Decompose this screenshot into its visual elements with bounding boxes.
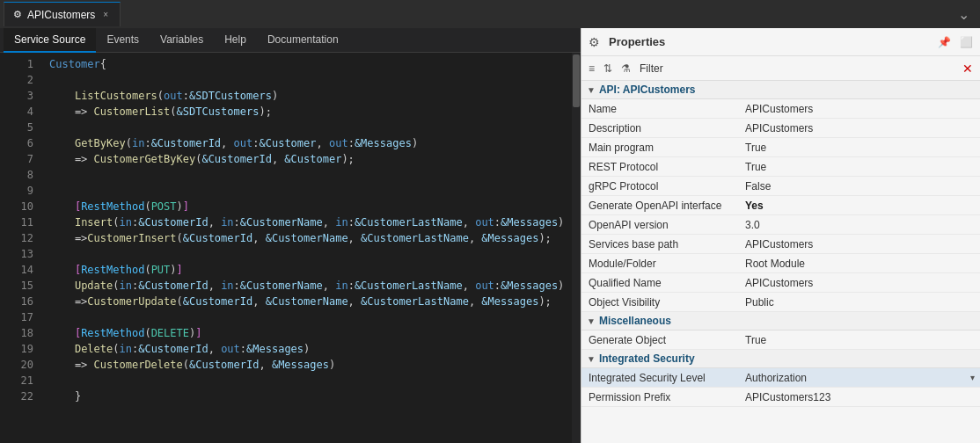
dropdown-arrow-icon: ▾: [970, 373, 975, 382]
prop-name-value[interactable]: APICustomers: [740, 103, 980, 115]
tab-apicustomers[interactable]: ⚙ APICustomers ×: [4, 2, 121, 26]
section-api-chevron: ▼: [587, 85, 596, 95]
prop-row-module-folder: Module/Folder Root Module: [581, 254, 980, 273]
prop-main-program-label: Main program: [581, 142, 740, 154]
prop-generate-object-label: Generate Object: [581, 334, 740, 346]
properties-title: Properties: [609, 35, 932, 48]
pin-icon[interactable]: 📌: [938, 36, 951, 48]
prop-row-generate-object: Generate Object True: [581, 330, 980, 350]
code-editor[interactable]: Customer{ ListCustomers(out:&SDTCustomer…: [42, 53, 572, 443]
prop-services-base-path-label: Services base path: [581, 238, 740, 251]
integrated-security-level-text: Authorization: [745, 372, 807, 384]
prop-object-visibility-value[interactable]: Public: [740, 296, 980, 309]
prop-integrated-security-level-value[interactable]: Authorization ▾: [740, 372, 980, 384]
properties-panel: ⚙ Properties 📌 ⬜ ≡ ⇅ ⚗ Filter ✕ ▼ API: A…: [581, 28, 980, 443]
collapse-button[interactable]: ⌄: [951, 6, 976, 23]
prop-grpc-protocol-label: gRPC Protocol: [581, 180, 740, 192]
prop-qualified-name-value[interactable]: APICustomers: [740, 277, 980, 289]
prop-row-main-program: Main program True: [581, 138, 980, 157]
properties-close-button[interactable]: ✕: [959, 60, 976, 77]
tab-close-button[interactable]: ×: [100, 9, 111, 20]
prop-main-program-value[interactable]: True: [740, 142, 980, 154]
tab-help[interactable]: Help: [214, 28, 257, 53]
prop-openapi-version-value[interactable]: 3.0: [740, 219, 980, 231]
prop-qualified-name-label: Qualified Name: [581, 277, 740, 289]
prop-services-base-path-value[interactable]: APICustomers: [740, 238, 980, 251]
section-misc-label: Miscellaneous: [599, 315, 671, 327]
section-misc-chevron: ▼: [587, 316, 596, 326]
tab-bar: ⚙ APICustomers × ⌄: [0, 0, 980, 28]
properties-header: ⚙ Properties 📌 ⬜: [581, 28, 980, 56]
tab-service-source[interactable]: Service Source: [4, 28, 96, 53]
filter-label: Filter: [640, 62, 663, 75]
section-api-header[interactable]: ▼ API: APICustomers: [581, 81, 980, 99]
tab-events[interactable]: Events: [96, 28, 150, 53]
editor-panel: Service Source Events Variables Help Doc…: [0, 28, 581, 443]
filter-toggle-button[interactable]: ⚗: [618, 61, 634, 76]
prop-openapi-interface-value[interactable]: Yes: [740, 200, 980, 212]
prop-description-label: Description: [581, 122, 740, 134]
properties-gear-icon: ⚙: [589, 35, 600, 49]
tab-documentation[interactable]: Documentation: [257, 28, 349, 53]
tab-icon: ⚙: [13, 9, 22, 20]
alphabetical-view-button[interactable]: ⇅: [600, 61, 616, 76]
tab-label: APICustomers: [27, 9, 95, 21]
editor-scrollbar-thumb[interactable]: [573, 54, 580, 107]
section-miscellaneous-header[interactable]: ▼ Miscellaneous: [581, 312, 980, 330]
section-api-label: API: APICustomers: [599, 84, 696, 96]
prop-grpc-protocol-value[interactable]: False: [740, 180, 980, 192]
prop-rest-protocol-label: REST Protocol: [581, 161, 740, 173]
prop-module-folder-label: Module/Folder: [581, 258, 740, 270]
code-area: 12345 678910 1112131415 1617181920 2122 …: [0, 53, 581, 443]
prop-row-openapi-interface: Generate OpenAPI interface Yes: [581, 196, 980, 215]
prop-permission-prefix-label: Permission Prefix: [581, 391, 740, 403]
prop-row-openapi-version: OpenAPI version 3.0: [581, 215, 980, 235]
prop-row-object-visibility: Object Visibility Public: [581, 293, 980, 312]
prop-name-label: Name: [581, 103, 740, 115]
prop-openapi-version-label: OpenAPI version: [581, 219, 740, 231]
float-icon[interactable]: ⬜: [960, 36, 973, 48]
prop-module-folder-value[interactable]: Root Module: [740, 258, 980, 270]
prop-row-description: Description APICustomers: [581, 119, 980, 138]
main-area: Service Source Events Variables Help Doc…: [0, 28, 980, 443]
prop-row-services-base-path: Services base path APICustomers: [581, 235, 980, 254]
sub-tabs: Service Source Events Variables Help Doc…: [0, 28, 581, 53]
properties-toolbar: ≡ ⇅ ⚗ Filter ✕: [581, 56, 980, 81]
tab-variables[interactable]: Variables: [150, 28, 214, 53]
prop-row-integrated-security-level: Integrated Security Level Authorization …: [581, 368, 980, 388]
prop-row-rest-protocol: REST Protocol True: [581, 157, 980, 177]
prop-object-visibility-label: Object Visibility: [581, 296, 740, 309]
line-numbers: 12345 678910 1112131415 1617181920 2122: [0, 53, 42, 443]
categorized-view-button[interactable]: ≡: [585, 61, 598, 76]
editor-scrollbar[interactable]: [572, 53, 581, 443]
section-security-chevron: ▼: [587, 354, 596, 364]
prop-row-name: Name APICustomers: [581, 99, 980, 119]
prop-generate-object-value[interactable]: True: [740, 334, 980, 346]
properties-content: ▼ API: APICustomers Name APICustomers De…: [581, 81, 980, 443]
prop-row-permission-prefix: Permission Prefix APICustomers123: [581, 388, 980, 407]
prop-row-qualified-name: Qualified Name APICustomers: [581, 273, 980, 293]
prop-description-value[interactable]: APICustomers: [740, 122, 980, 134]
prop-row-grpc-protocol: gRPC Protocol False: [581, 177, 980, 196]
prop-permission-prefix-value[interactable]: APICustomers123: [740, 391, 980, 403]
prop-integrated-security-level-label: Integrated Security Level: [581, 372, 740, 384]
prop-openapi-interface-label: Generate OpenAPI interface: [581, 200, 740, 212]
prop-rest-protocol-value[interactable]: True: [740, 161, 980, 173]
section-integrated-security-header[interactable]: ▼ Integrated Security: [581, 350, 980, 368]
section-security-label: Integrated Security: [599, 352, 695, 365]
